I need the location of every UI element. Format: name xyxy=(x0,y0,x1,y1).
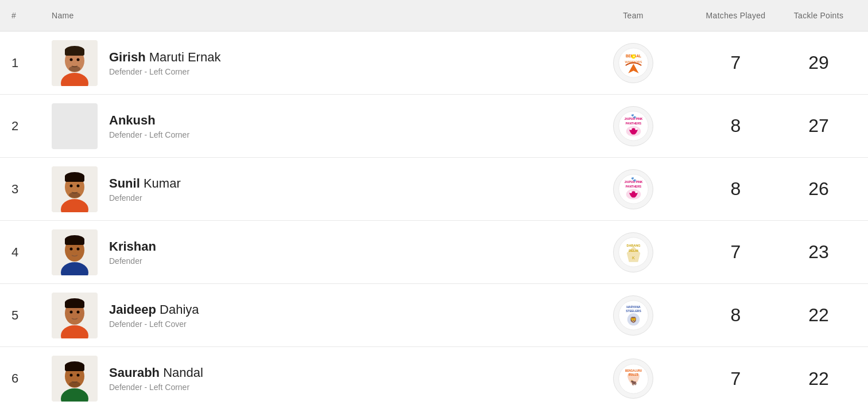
svg-point-38 xyxy=(635,191,637,193)
table-row[interactable]: 2 Ankush Defender - Left Corner JAIPUR P… xyxy=(0,95,868,158)
player-first-name: Sunil xyxy=(109,176,140,190)
matches-column-header: Matches Played xyxy=(706,11,766,20)
player-avatar xyxy=(52,229,98,275)
player-avatar xyxy=(52,40,98,86)
name-column-header: Name xyxy=(52,11,74,20)
player-info: Saurabh Nandal Defender - Left Corner xyxy=(109,365,576,392)
rank-number: 1 xyxy=(11,56,18,70)
player-first-name: Ankush xyxy=(109,113,156,127)
svg-text:🦁: 🦁 xyxy=(630,316,637,324)
player-info: Sunil Kumar Defender xyxy=(109,176,576,202)
player-avatar xyxy=(52,103,98,149)
player-avatar xyxy=(52,166,98,212)
svg-point-60 xyxy=(77,310,80,313)
svg-point-48 xyxy=(73,251,76,253)
svg-text:PANTHERS: PANTHERS xyxy=(625,122,641,125)
player-first-name: Jaideep xyxy=(109,302,156,317)
player-avatar xyxy=(52,293,98,338)
svg-point-32 xyxy=(69,192,80,198)
player-last-name: Nandal xyxy=(163,365,203,380)
player-position: Defender - Left Corner xyxy=(109,130,576,139)
team-logo-container: JAIPUR PINK PANTHERS 🐾 xyxy=(576,169,691,209)
matches-played-value: 7 xyxy=(691,368,781,389)
player-info: Jaideep Dahiya Defender - Left Cover xyxy=(109,302,576,329)
player-avatar xyxy=(52,356,98,402)
svg-point-30 xyxy=(77,184,80,187)
player-photo-container xyxy=(52,229,98,275)
svg-point-74 xyxy=(77,374,80,377)
player-name: Jaideep Dahiya xyxy=(109,302,576,317)
tackle-points-value: 22 xyxy=(781,368,857,389)
player-first-name: Krishan xyxy=(109,239,156,254)
matches-played-value: 8 xyxy=(691,305,781,326)
player-info: Ankush Defender - Left Corner xyxy=(109,113,576,139)
player-position: Defender xyxy=(109,193,576,202)
table-row[interactable]: 4 Krishan Defender xyxy=(0,221,868,284)
player-last-name: Dahiya xyxy=(160,302,199,317)
player-name: Sunil Kumar xyxy=(109,176,576,191)
team-logo-container: HARYANA STEELERS 🦁 xyxy=(576,295,691,336)
team-logo-container: JAIPUR PINK PANTHERS 🐾 xyxy=(576,106,691,146)
player-first-name: Saurabh xyxy=(109,365,160,380)
svg-rect-5 xyxy=(65,49,84,56)
player-name: Krishan xyxy=(109,239,576,254)
svg-point-46 xyxy=(70,247,73,250)
svg-point-20 xyxy=(630,128,632,130)
svg-rect-28 xyxy=(65,175,84,182)
player-position: Defender xyxy=(109,256,576,266)
player-last-name: Maruti Ernak xyxy=(149,50,221,64)
team-logo: DABANG DELHI K xyxy=(613,232,653,272)
svg-point-75 xyxy=(73,378,76,380)
svg-point-6 xyxy=(70,58,73,61)
svg-text:🐾: 🐾 xyxy=(631,114,637,119)
player-photo-container xyxy=(52,40,98,86)
tackle-points-value: 27 xyxy=(781,115,857,137)
svg-text:HARYANA: HARYANA xyxy=(626,305,641,309)
rows-container: 1 Girish Maruti Ernak xyxy=(0,32,868,410)
player-name: Ankush xyxy=(109,113,576,128)
player-photo-container xyxy=(52,293,98,338)
table-header: # Name Team Matches Played Tackle Points xyxy=(0,0,868,32)
table-row[interactable]: 1 Girish Maruti Ernak xyxy=(0,32,868,95)
svg-text:PANTHERS: PANTHERS xyxy=(625,185,641,188)
rank-number: 5 xyxy=(11,308,18,322)
svg-point-37 xyxy=(630,191,632,193)
tackle-points-value: 22 xyxy=(781,305,857,326)
team-logo: BENGALURU BULLS 🐂 xyxy=(613,359,653,399)
svg-point-31 xyxy=(73,188,76,190)
matches-played-value: 7 xyxy=(691,241,781,263)
player-name: Girish Maruti Ernak xyxy=(109,50,576,65)
team-logo: BENGAL WARRIORS ★ xyxy=(613,43,653,83)
matches-played-value: 8 xyxy=(691,178,781,200)
team-logo: JAIPUR PINK PANTHERS 🐾 xyxy=(613,106,653,146)
svg-point-7 xyxy=(77,58,80,61)
svg-point-9 xyxy=(69,66,80,72)
team-logo: HARYANA STEELERS 🦁 xyxy=(613,295,653,336)
rank-number: 2 xyxy=(11,119,18,133)
table-row[interactable]: 3 Sunil Kumar Defende xyxy=(0,158,868,221)
tackle-column-header: Tackle Points xyxy=(794,11,843,20)
team-logo: JAIPUR PINK PANTHERS 🐾 xyxy=(613,169,653,209)
svg-rect-45 xyxy=(65,238,84,245)
rank-number: 6 xyxy=(11,371,18,385)
table-row[interactable]: 6 Saurabh Nandal Defe xyxy=(0,347,868,410)
tackle-points-value: 23 xyxy=(781,241,857,263)
tackle-points-value: 29 xyxy=(781,52,857,73)
player-info: Krishan Defender xyxy=(109,239,576,266)
svg-point-59 xyxy=(70,310,73,313)
player-photo-container xyxy=(52,166,98,212)
svg-text:K: K xyxy=(632,255,635,260)
table-row[interactable]: 5 Jaideep Dahiya Defender xyxy=(0,284,868,347)
svg-point-73 xyxy=(70,374,73,377)
svg-point-47 xyxy=(77,247,80,250)
team-column-header: Team xyxy=(623,11,643,20)
svg-text:BENGALURU: BENGALURU xyxy=(625,369,642,372)
team-logo-container: BENGAL WARRIORS ★ xyxy=(576,43,691,83)
player-position: Defender - Left Cover xyxy=(109,320,576,329)
player-first-name: Girish xyxy=(109,50,146,64)
player-photo-container xyxy=(52,103,98,149)
rank-number: 3 xyxy=(11,182,18,196)
svg-point-21 xyxy=(635,128,637,130)
player-position: Defender - Left Corner xyxy=(109,67,576,76)
leaderboard-table: # Name Team Matches Played Tackle Points… xyxy=(0,0,868,410)
